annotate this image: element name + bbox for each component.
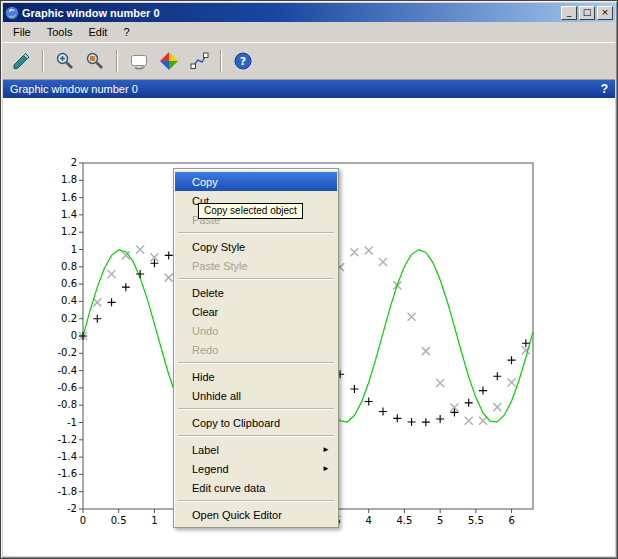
info-bar-help[interactable]: ?	[601, 82, 608, 96]
y-tick-label: 1.8	[61, 174, 77, 185]
y-tick-label: -1	[67, 417, 77, 428]
y-tick-label: 0.4	[61, 295, 77, 306]
toolbar-separator	[116, 50, 118, 72]
y-tick-label: -0.8	[57, 399, 77, 410]
menu-item-unhide-all[interactable]: Unhide all	[175, 386, 337, 405]
help-button[interactable]: ?	[229, 48, 257, 75]
titlebar[interactable]: Graphic window number 0 _ □ ×	[3, 3, 615, 22]
y-tick-label: -0.2	[57, 347, 77, 358]
y-tick-label: -1.4	[57, 451, 77, 462]
y-tick-label: -1.8	[57, 486, 77, 497]
menu-item-undo: Undo	[175, 321, 337, 340]
menu-item-paste-style: Paste Style	[175, 256, 337, 275]
ged-button[interactable]	[155, 48, 183, 75]
x-tick-label: 1	[151, 515, 157, 526]
menu-item-delete[interactable]: Delete	[175, 283, 337, 302]
ged-icon	[159, 51, 179, 71]
rotate-button[interactable]	[125, 48, 153, 75]
y-tick-label: 1.6	[61, 192, 77, 203]
info-bar: Graphic window number 0 ?	[3, 80, 615, 98]
x-tick-label: 4.5	[396, 515, 412, 526]
menu-separator	[178, 435, 334, 437]
graphic-window: Graphic window number 0 _ □ × File Tools…	[0, 0, 618, 559]
y-tick-label: 0.2	[61, 313, 77, 324]
menu-item-open-quick-editor[interactable]: Open Quick Editor	[175, 505, 337, 524]
context-menu: Copy Cut Paste Copy Style Paste Style De…	[173, 168, 339, 528]
menu-file[interactable]: File	[5, 23, 39, 41]
help-icon: ?	[233, 51, 253, 71]
y-tick-label: -1.2	[57, 434, 77, 445]
zoom-original-button[interactable]	[81, 48, 109, 75]
submenu-arrow-icon: ►	[322, 459, 330, 478]
y-tick-label: -0.4	[57, 365, 77, 376]
rotate-icon	[129, 51, 149, 71]
y-tick-label: 0.6	[61, 278, 77, 289]
y-tick-label: -0.6	[57, 382, 77, 393]
export-button[interactable]	[7, 48, 35, 75]
y-tick-label: -2	[67, 503, 77, 514]
minimize-button[interactable]: _	[561, 6, 577, 20]
x-tick-label: 6	[508, 515, 514, 526]
y-tick-label: 1.2	[61, 226, 77, 237]
menu-item-legend[interactable]: Legend ►	[175, 459, 337, 478]
y-tick-label: 0	[71, 330, 77, 341]
zoom-in-button[interactable]	[51, 48, 79, 75]
menu-edit[interactable]: Edit	[80, 23, 115, 41]
toolbar-separator	[220, 50, 222, 72]
menu-bar: File Tools Edit ?	[3, 22, 615, 42]
submenu-arrow-icon: ►	[322, 440, 330, 459]
y-tick-label: 0.8	[61, 261, 77, 272]
info-bar-title: Graphic window number 0	[10, 83, 138, 95]
zoom-in-icon	[55, 51, 75, 71]
x-tick-label: 5.5	[468, 515, 484, 526]
x-tick-label: 5	[437, 515, 443, 526]
menu-item-label[interactable]: Label ►	[175, 440, 337, 459]
x-tick-label: 4	[366, 515, 372, 526]
menu-tools[interactable]: Tools	[39, 23, 81, 41]
x-tick-label: 0.5	[111, 515, 127, 526]
export-icon	[11, 51, 31, 71]
menu-separator	[178, 278, 334, 280]
menu-separator	[178, 362, 334, 364]
y-tick-label: -1.6	[57, 468, 77, 479]
menu-item-copy-to-clipboard[interactable]: Copy to Clipboard	[175, 413, 337, 432]
y-tick-label: 1.4	[61, 209, 77, 220]
toolbar-separator	[42, 50, 44, 72]
zoom-original-icon	[85, 51, 105, 71]
maximize-button[interactable]: □	[579, 6, 595, 20]
datatip-button[interactable]	[185, 48, 213, 75]
menu-item-redo: Redo	[175, 340, 337, 359]
menu-separator	[178, 232, 334, 234]
x-tick-label: 0	[80, 515, 86, 526]
window-title: Graphic window number 0	[22, 7, 558, 19]
app-icon[interactable]	[5, 6, 19, 20]
datatip-icon	[189, 51, 209, 71]
toolbar: ?	[3, 42, 615, 80]
svg-text:?: ?	[240, 55, 246, 68]
menu-separator	[178, 500, 334, 502]
menu-item-hide[interactable]: Hide	[175, 367, 337, 386]
tooltip: Copy selected object	[198, 203, 303, 219]
menu-item-edit-curve-data[interactable]: Edit curve data	[175, 478, 337, 497]
y-tick-label: 2	[71, 157, 77, 168]
close-button[interactable]: ×	[597, 6, 613, 20]
menu-separator	[178, 408, 334, 410]
y-tick-label: 1	[71, 244, 77, 255]
menu-item-copy[interactable]: Copy	[175, 172, 337, 191]
menu-item-copy-style[interactable]: Copy Style	[175, 237, 337, 256]
menu-item-clear[interactable]: Clear	[175, 302, 337, 321]
menu-help[interactable]: ?	[115, 23, 137, 41]
